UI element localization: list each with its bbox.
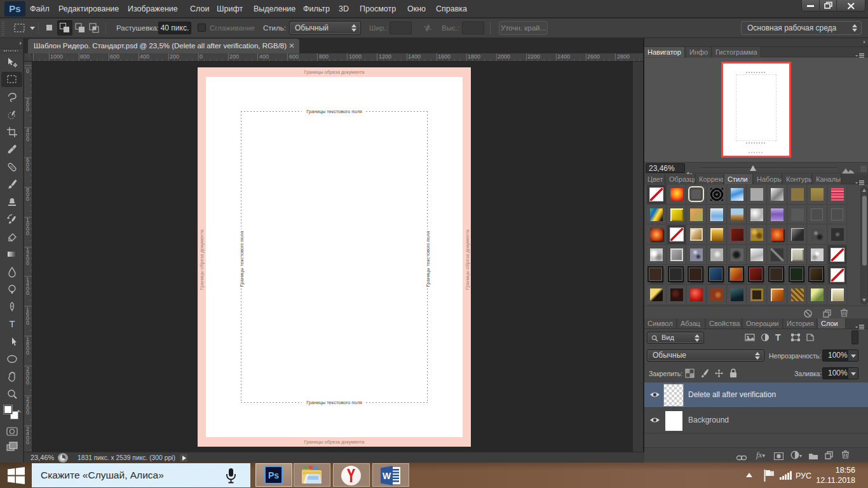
- svg-text:T: T: [9, 318, 15, 329]
- svg-text:W: W: [383, 471, 391, 481]
